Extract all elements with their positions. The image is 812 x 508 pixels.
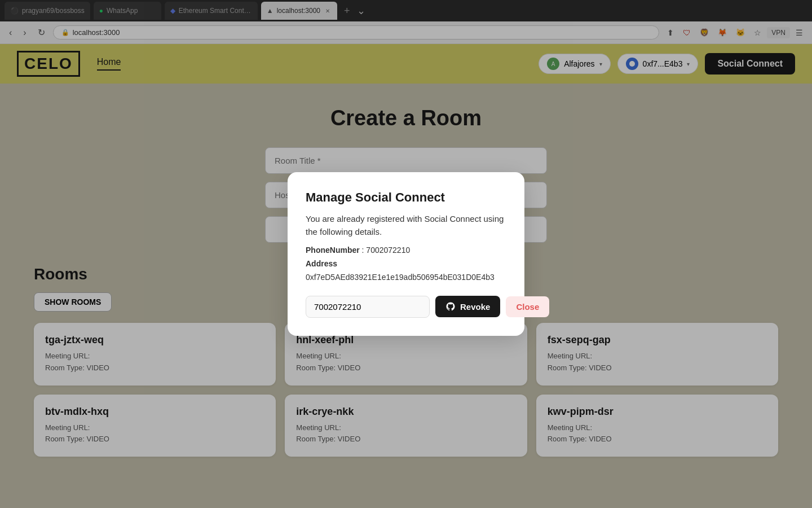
revoke-label: Revoke (460, 302, 490, 312)
address-detail-label: Address (306, 259, 337, 268)
modal-actions: Revoke Close (306, 296, 506, 318)
address-detail-value: 0xf7eD5AEd83921E1e1e19adb506954bE031D0E4… (306, 273, 495, 282)
close-button[interactable]: Close (506, 296, 549, 317)
phone-label: PhoneNumber : 7002072210 (306, 246, 410, 255)
phone-input[interactable] (306, 296, 430, 318)
modal-detail: PhoneNumber : 7002072210 Address 0xf7eD5… (306, 244, 506, 284)
github-icon (445, 301, 456, 312)
modal-overlay[interactable]: Manage Social Connect You are already re… (0, 0, 812, 508)
modal-description: You are already registered with Social C… (306, 213, 506, 238)
modal-title: Manage Social Connect (306, 190, 506, 205)
manage-social-connect-modal: Manage Social Connect You are already re… (288, 172, 524, 335)
revoke-button[interactable]: Revoke (435, 296, 500, 317)
